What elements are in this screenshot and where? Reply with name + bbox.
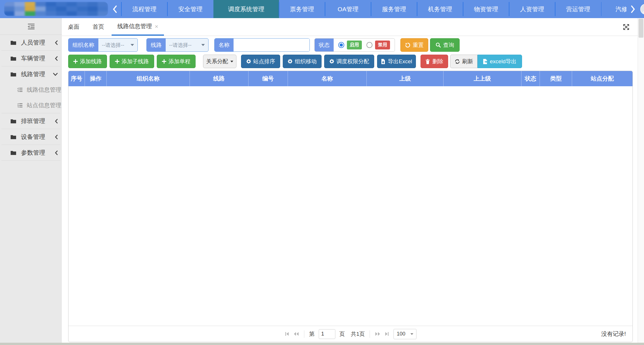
relation-assign-dropdown-button[interactable]: 关系分配 [203,55,236,68]
column-header-org-name[interactable]: 组织名称 [107,71,190,86]
nav-item-oa[interactable]: OA管理 [325,0,371,18]
plus-icon [162,59,166,64]
outdent-icon [27,23,35,30]
delete-button[interactable]: 删除 [421,55,448,68]
button-label: 站点排序 [253,58,275,65]
tab-desktop[interactable]: 桌面 [68,18,79,36]
dispatch-permission-button[interactable]: 调度权限分配 [324,55,374,68]
nav-scroll-right-chevron-icon[interactable] [626,0,640,18]
folder-icon [10,56,16,61]
sidebar-item-route-info[interactable]: 线路信息管理 [0,82,62,97]
column-header-actions[interactable]: 操作 [85,71,107,86]
nav-item-ticketing[interactable]: 票务管理 [279,0,325,18]
sidebar-item-parameters[interactable]: 参数管理 [0,145,62,160]
sidebar-item-label: 设备管理 [21,133,55,141]
name-filter-group: 名称 [214,38,310,52]
nav-item-vehicle-repair-truncated[interactable]: 汽修 [601,0,626,18]
exceld-export-button[interactable]: exceld导出 [477,55,522,68]
nav-item-operations[interactable]: 营运管理 [555,0,601,18]
sidebar-item-scheduling[interactable]: 排班管理 [0,113,62,129]
column-header-parent[interactable]: 上级 [367,71,444,86]
button-label: 添加子线路 [122,58,149,65]
column-header-type[interactable]: 类型 [540,71,572,86]
sidebar-item-station-info[interactable]: 站点信息管理 [0,97,62,113]
sidebar-item-routes[interactable]: 线路管理 [0,66,62,82]
column-header-line[interactable]: 线路 [190,71,249,86]
sidebar-item-vehicles[interactable]: 车辆管理 [0,51,62,66]
nav-item-materials[interactable]: 物资管理 [463,0,509,18]
status-disabled-radio[interactable] [366,42,372,48]
refresh-button[interactable]: 刷新 [450,55,477,68]
add-subline-button[interactable]: 添加子线路 [110,55,154,68]
previous-page-icon[interactable] [293,331,299,336]
nav-item-process[interactable]: 流程管理 [121,0,167,18]
sidebar-item-personnel[interactable]: 人员管理 [0,35,62,50]
column-header-code[interactable]: 编号 [249,71,288,86]
page-number-input[interactable] [319,329,335,339]
last-page-icon[interactable] [385,331,389,336]
org-filter-label: 组织名称 [68,39,98,51]
button-label: exceld导出 [490,58,517,65]
chevron-left-icon [55,56,58,61]
reset-button[interactable]: 重置 [400,38,428,52]
trash-icon [425,59,430,64]
chevron-left-icon [55,135,58,139]
tab-route-info[interactable]: 线路信息管理 × [112,18,164,36]
gear-icon [329,59,334,64]
station-sort-button[interactable]: 站点排序 [241,55,280,68]
nav-item-dispatch-system[interactable]: 调度系统管理 [213,0,279,18]
sidebar-subitem-label: 站点信息管理 [27,101,61,109]
window-bottom-edge [0,343,644,345]
gear-icon [246,59,251,64]
first-page-icon[interactable] [284,331,289,336]
column-header-status[interactable]: 状态 [521,71,540,86]
nav-item-mechanics[interactable]: 机务管理 [417,0,463,18]
plus-icon [115,59,119,64]
nav-item-safety[interactable]: 安全管理 [167,0,213,18]
search-button[interactable]: 查询 [430,38,460,52]
column-header-index[interactable]: 序号 [68,71,85,86]
scrollbar-thumb[interactable] [639,19,643,38]
add-line-button[interactable]: 添加线路 [68,55,107,68]
page-size-select[interactable]: 100 [393,329,416,339]
add-single-trip-button[interactable]: 添加单程 [157,55,196,68]
sidebar-item-label: 车辆管理 [21,54,55,62]
name-input[interactable] [234,39,309,51]
button-label: 删除 [432,58,443,65]
sidebar-collapse-button[interactable] [0,18,62,35]
undo-icon [405,42,410,48]
user-menu[interactable]: Admin[超级管理员] [640,0,644,18]
nav-scroll-left-chevron-icon[interactable] [108,0,121,18]
column-header-station-assign[interactable]: 站点分配 [572,71,632,86]
column-header-grandparent[interactable]: 上上级 [444,71,521,86]
main-menu: 流程管理 安全管理 调度系统管理 票务管理 OA管理 服务管理 机务管理 物资管… [121,0,626,18]
sidebar-item-equipment[interactable]: 设备管理 [0,129,62,145]
status-enabled-radio[interactable] [338,42,344,48]
tab-label: 首页 [93,23,104,31]
button-label: 组织移动 [295,58,317,65]
fullscreen-icon[interactable] [623,24,630,32]
search-label: 查询 [443,41,454,49]
line-select[interactable]: --请选择-- [166,39,208,51]
tab-home[interactable]: 首页 [93,18,104,36]
next-page-icon[interactable] [375,331,381,336]
org-select-value: --请选择-- [102,42,124,49]
org-select[interactable]: --请选择-- [98,39,137,51]
nav-item-service[interactable]: 服务管理 [371,0,417,18]
tasks-list-icon [17,103,23,108]
tab-close-icon[interactable]: × [155,23,158,30]
nav-item-hr[interactable]: 人资管理 [509,0,555,18]
tab-label: 线路信息管理 [117,22,152,30]
caret-down-icon [201,44,205,46]
status-enabled-badge: 启用 [347,41,362,49]
top-navbar: 流程管理 安全管理 调度系统管理 票务管理 OA管理 服务管理 机务管理 物资管… [0,0,644,18]
folder-icon [10,150,16,155]
tab-label: 桌面 [68,23,79,31]
column-header-name[interactable]: 名称 [288,71,367,86]
pager-divider [304,330,304,338]
export-excel-button[interactable]: 导出Excel [377,55,416,68]
page-scrollbar[interactable] [638,18,644,343]
org-move-button[interactable]: 组织移动 [283,55,322,68]
refresh-icon [455,59,460,64]
no-records-message: 没有记录! [601,326,626,342]
